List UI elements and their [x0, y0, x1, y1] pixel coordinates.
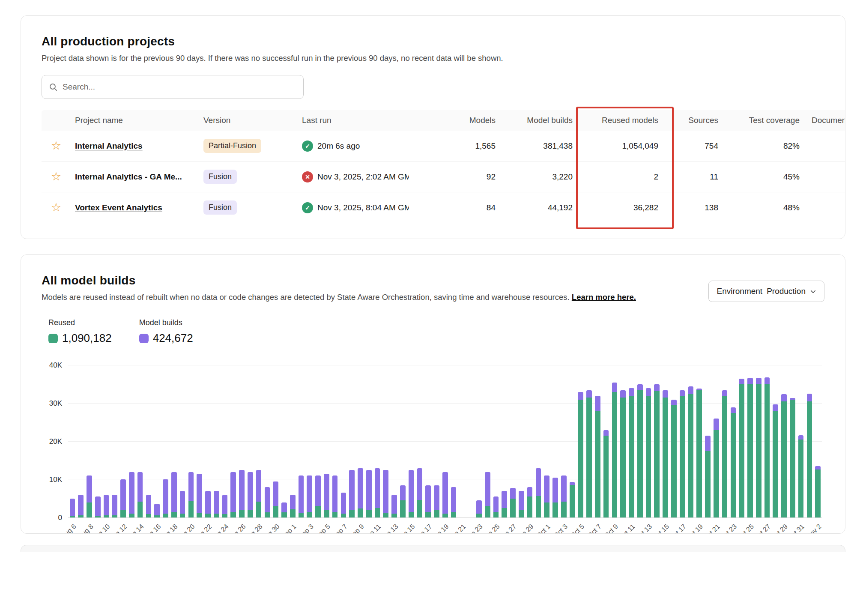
reused-segment[interactable]	[129, 514, 134, 517]
reused-segment[interactable]	[680, 396, 685, 517]
model-builds-segment[interactable]	[112, 495, 117, 515]
reused-segment[interactable]	[349, 510, 355, 517]
model-builds-segment[interactable]	[773, 404, 778, 411]
reused-segment[interactable]	[696, 390, 702, 517]
reused-segment[interactable]	[188, 501, 194, 517]
reused-segment[interactable]	[654, 391, 660, 517]
reused-segment[interactable]	[265, 512, 270, 517]
reused-segment[interactable]	[307, 512, 312, 517]
reused-segment[interactable]	[502, 508, 507, 517]
model-builds-segment[interactable]	[332, 475, 338, 511]
model-builds-segment[interactable]	[137, 472, 143, 502]
model-builds-segment[interactable]	[663, 390, 668, 398]
reused-segment[interactable]	[341, 514, 346, 517]
model-builds-segment[interactable]	[391, 495, 397, 514]
model-builds-segment[interactable]	[290, 495, 296, 510]
reused-segment[interactable]	[705, 451, 711, 517]
reused-segment[interactable]	[493, 512, 499, 517]
reused-segment[interactable]	[586, 398, 592, 517]
reused-segment[interactable]	[731, 413, 736, 517]
reused-segment[interactable]	[409, 512, 414, 517]
project-name-link[interactable]: Internal Analytics	[75, 141, 143, 150]
model-builds-segment[interactable]	[451, 487, 457, 512]
favorite-star-icon[interactable]: ☆	[45, 171, 61, 182]
model-builds-segment[interactable]	[731, 407, 736, 413]
search-box[interactable]	[42, 75, 304, 99]
model-builds-segment[interactable]	[256, 470, 262, 502]
favorite-star-icon[interactable]: ☆	[45, 140, 61, 152]
reused-segment[interactable]	[578, 400, 583, 517]
model-builds-segment[interactable]	[646, 388, 651, 396]
reused-segment[interactable]	[180, 514, 185, 517]
reused-segment[interactable]	[383, 513, 388, 517]
reused-segment[interactable]	[358, 508, 363, 517]
model-builds-segment[interactable]	[671, 400, 677, 405]
model-builds-segment[interactable]	[595, 396, 600, 411]
reused-segment[interactable]	[773, 411, 778, 518]
model-builds-segment[interactable]	[239, 470, 245, 510]
model-builds-segment[interactable]	[493, 496, 499, 512]
model-builds-segment[interactable]	[205, 491, 211, 514]
model-builds-segment[interactable]	[400, 485, 406, 501]
model-builds-segment[interactable]	[154, 504, 160, 515]
reused-segment[interactable]	[561, 502, 567, 517]
environment-select[interactable]: Environment Production	[708, 281, 824, 302]
reused-segment[interactable]	[798, 440, 804, 517]
model-builds-segment[interactable]	[747, 378, 753, 383]
model-builds-segment[interactable]	[180, 491, 185, 514]
model-builds-segment[interactable]	[561, 475, 567, 501]
model-builds-segment[interactable]	[798, 435, 804, 440]
model-builds-segment[interactable]	[654, 384, 660, 391]
reused-segment[interactable]	[637, 390, 643, 517]
model-builds-segment[interactable]	[281, 502, 287, 512]
reused-segment[interactable]	[281, 512, 287, 517]
model-builds-segment[interactable]	[163, 479, 168, 514]
model-builds-segment[interactable]	[544, 475, 549, 502]
model-builds-segment[interactable]	[171, 472, 177, 512]
model-builds-segment[interactable]	[188, 472, 194, 501]
favorite-star-icon[interactable]: ☆	[45, 202, 61, 213]
model-builds-segment[interactable]	[510, 488, 516, 499]
model-builds-segment[interactable]	[265, 487, 270, 512]
reused-segment[interactable]	[714, 430, 719, 517]
model-builds-segment[interactable]	[502, 491, 507, 508]
reused-segment[interactable]	[451, 512, 457, 517]
model-builds-segment[interactable]	[756, 378, 761, 384]
model-builds-segment[interactable]	[409, 470, 414, 512]
reused-segment[interactable]	[688, 394, 694, 517]
model-builds-segment[interactable]	[120, 479, 126, 510]
model-builds-segment[interactable]	[570, 482, 575, 485]
model-builds-segment[interactable]	[764, 377, 770, 384]
reused-segment[interactable]	[248, 510, 253, 517]
reused-segment[interactable]	[332, 512, 338, 517]
model-builds-segment[interactable]	[739, 379, 744, 384]
model-builds-segment[interactable]	[417, 468, 423, 500]
model-builds-segment[interactable]	[519, 491, 524, 510]
reused-segment[interactable]	[230, 512, 236, 517]
model-builds-segment[interactable]	[366, 470, 372, 510]
reused-segment[interactable]	[739, 384, 744, 517]
reused-segment[interactable]	[663, 398, 668, 517]
reused-segment[interactable]	[400, 500, 406, 517]
project-name-link[interactable]: Internal Analytics - GA Me...	[75, 172, 182, 181]
reused-segment[interactable]	[324, 510, 329, 517]
model-builds-segment[interactable]	[485, 472, 490, 506]
learn-more-link[interactable]: Learn more here.	[572, 293, 636, 302]
model-builds-segment[interactable]	[434, 485, 439, 510]
model-builds-segment[interactable]	[629, 388, 634, 396]
model-builds-segment[interactable]	[214, 491, 219, 514]
reused-segment[interactable]	[790, 400, 795, 517]
model-builds-segment[interactable]	[222, 495, 228, 514]
reused-segment[interactable]	[552, 502, 558, 518]
model-builds-segment[interactable]	[383, 470, 388, 513]
model-builds-segment[interactable]	[442, 472, 448, 514]
model-builds-segment[interactable]	[781, 394, 787, 402]
model-builds-segment[interactable]	[78, 495, 84, 515]
reused-segment[interactable]	[612, 392, 618, 517]
reused-segment[interactable]	[476, 514, 482, 517]
reused-segment[interactable]	[764, 384, 770, 517]
model-builds-segment[interactable]	[637, 384, 643, 390]
reused-segment[interactable]	[197, 513, 202, 517]
model-builds-segment[interactable]	[705, 436, 711, 451]
reused-segment[interactable]	[815, 469, 821, 517]
